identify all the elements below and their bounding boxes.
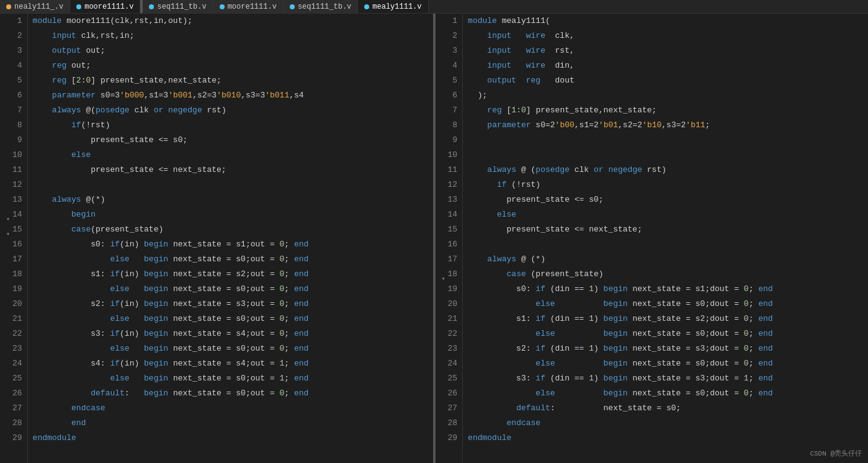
line-number: 5: [5, 73, 22, 88]
line-number: 28: [441, 416, 458, 431]
code-line: else begin next_state = s0;dout = 0; end: [468, 356, 863, 371]
line-number: 7: [441, 103, 458, 118]
code-line: else begin next_state = s0;out = 1; end: [33, 371, 428, 386]
code-line: endcase: [468, 416, 863, 431]
line-number: 9: [441, 133, 458, 148]
code-line: s2: if(in) begin next_state = s3;out = 0…: [33, 297, 428, 312]
code-line: present_state <= s0;: [33, 133, 428, 148]
tab-seq1111_tb_v[interactable]: seq1111_tb.v: [284, 0, 358, 13]
code-line: s2: if (din == 1) begin next_state = s3;…: [468, 341, 863, 356]
left-line-numbers: 12345678910111213▾14▾1516171819202122232…: [0, 14, 28, 463]
code-line: s1: if (din == 1) begin next_state = s2;…: [468, 312, 863, 326]
code-line: always @(*): [33, 192, 428, 207]
code-line: else begin next_state = s0;dout = 0; end: [468, 297, 863, 312]
watermark: CSDN @秃头仔仔: [810, 449, 862, 458]
tab-moore1111_v[interactable]: moore1111.v: [70, 0, 140, 13]
line-number: ▾18: [441, 267, 458, 282]
code-line: present_state <= next_state;: [33, 163, 428, 178]
code-line: present_state <= s0;: [468, 192, 863, 207]
tab-seq111_tb_v[interactable]: seq111_tb.v: [143, 0, 213, 13]
code-line: input wire rst,: [468, 43, 863, 58]
tab-mealy1111_v[interactable]: mealy1111.v: [358, 0, 428, 13]
line-number: 9: [5, 133, 22, 148]
right-tabs: seq111_tb.vmoore1111.vseq1111_tb.vmealy1…: [143, 0, 428, 13]
line-number: 3: [5, 43, 22, 58]
line-number: 23: [441, 341, 458, 356]
line-number: 27: [5, 401, 22, 416]
code-line: output reg dout: [468, 73, 863, 88]
code-line: );: [468, 88, 863, 103]
line-number: 24: [441, 356, 458, 371]
line-number: 5: [441, 73, 458, 88]
line-number: 1: [5, 14, 22, 29]
code-line: if(!rst): [33, 118, 428, 133]
code-line: s4: if(in) begin next_state = s4;out = 1…: [33, 356, 428, 371]
code-line: endmodule: [33, 431, 428, 446]
code-line: parameter s0=2'b00,s1=2'b01,s2=2'b10,s3=…: [468, 118, 863, 133]
left-code-area[interactable]: 12345678910111213▾14▾1516171819202122232…: [0, 14, 433, 463]
line-number: 18: [5, 267, 22, 282]
code-line: [468, 148, 863, 163]
code-line: parameter s0=3'b000,s1=3'b001,s2=3'b010,…: [33, 88, 428, 103]
code-line: else begin next_state = s0;dout = 0; end: [468, 326, 863, 341]
tab-icon: [364, 4, 369, 9]
tab-nealy111__v[interactable]: nealy111_.v: [0, 0, 70, 13]
line-number: 4: [5, 58, 22, 73]
line-number: 26: [441, 386, 458, 401]
code-line: always @ (*): [468, 252, 863, 267]
fold-icon[interactable]: ▾: [5, 212, 10, 217]
right-code-area[interactable]: 1234567891011121314151617▾18192021222324…: [436, 14, 869, 463]
tabs-bar: nealy111_.vmoore1111.v seq111_tb.vmoore1…: [0, 0, 868, 14]
tab-label: seq111_tb.v: [157, 2, 206, 11]
code-line: s0: if(in) begin next_state = s1;out = 0…: [33, 237, 428, 252]
line-number: 14: [441, 207, 458, 222]
tab-icon: [76, 4, 81, 9]
code-line: [468, 237, 863, 252]
line-number: 8: [441, 118, 458, 133]
code-line: [468, 133, 863, 148]
line-number: 29: [441, 431, 458, 446]
line-number: 4: [441, 58, 458, 73]
code-line: module moore1111(clk,rst,in,out);: [33, 14, 428, 29]
tab-icon: [220, 4, 225, 9]
line-number: 22: [441, 326, 458, 341]
line-number: 13: [441, 192, 458, 207]
code-line: s3: if (din == 1) begin next_state = s3;…: [468, 371, 863, 386]
code-line: reg out;: [33, 58, 428, 73]
code-line: end: [33, 416, 428, 431]
line-number: 27: [441, 401, 458, 416]
line-number: 1: [441, 14, 458, 29]
line-number: 3: [441, 43, 458, 58]
line-number: 12: [5, 178, 22, 192]
tab-moore1111_v[interactable]: moore1111.v: [213, 0, 284, 13]
line-number: 25: [441, 371, 458, 386]
tab-icon: [149, 4, 154, 9]
line-number: 28: [5, 416, 22, 431]
line-number: 21: [5, 312, 22, 326]
left-pane: 12345678910111213▾14▾1516171819202122232…: [0, 14, 433, 463]
code-line: else begin next_state = s0;out = 0; end: [33, 312, 428, 326]
right-pane: 1234567891011121314151617▾18192021222324…: [436, 14, 869, 463]
line-number: 16: [441, 237, 458, 252]
line-number: 21: [441, 312, 458, 326]
line-number: 7: [5, 103, 22, 118]
code-line: else: [33, 148, 428, 163]
code-line: always @(posedge clk or negedge rst): [33, 103, 428, 118]
line-number: 16: [5, 237, 22, 252]
code-line: always @ (posedge clk or negedge rst): [468, 163, 863, 178]
line-number: 29: [5, 431, 22, 446]
code-line: reg [2:0] present_state,next_state;: [33, 73, 428, 88]
code-line: else: [468, 207, 863, 222]
code-line: present_state <= next_state;: [468, 222, 863, 237]
code-line: s1: if(in) begin next_state = s2;out = 0…: [33, 267, 428, 282]
fold-icon[interactable]: ▾: [5, 227, 10, 232]
tab-label: moore1111.v: [228, 2, 277, 11]
code-line: output out;: [33, 43, 428, 58]
line-number: 11: [441, 163, 458, 178]
fold-icon[interactable]: ▾: [441, 272, 445, 277]
code-line: input wire din,: [468, 58, 863, 73]
code-line: else begin next_state = s0;dout = 0; end: [468, 386, 863, 401]
code-line: begin: [33, 207, 428, 222]
code-line: module mealy1111(: [468, 14, 863, 29]
line-number: ▾15: [5, 222, 22, 237]
